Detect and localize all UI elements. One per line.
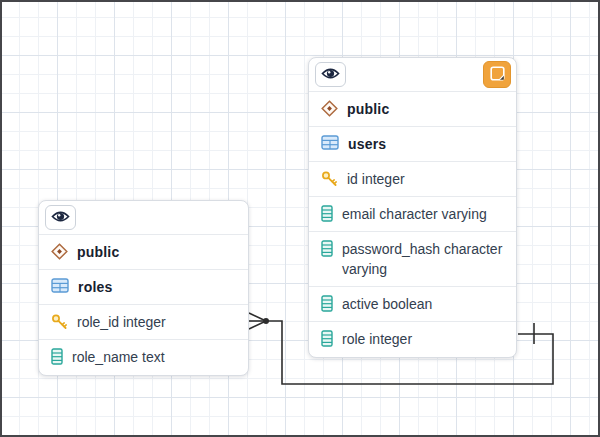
note-button[interactable] <box>483 61 511 88</box>
column-row: role_id integer <box>39 305 248 340</box>
column-row: id integer <box>309 162 516 197</box>
schema-label: public <box>77 242 119 262</box>
table-node-header <box>309 58 516 92</box>
column-row: role integer <box>309 322 516 357</box>
eye-button[interactable] <box>315 62 346 87</box>
column-label: active boolean <box>342 294 432 314</box>
column-icon <box>321 295 333 312</box>
table-icon <box>321 135 339 150</box>
table-name-row: users <box>309 127 516 162</box>
eye-button[interactable] <box>45 205 76 230</box>
table-icon <box>51 278 69 293</box>
table-name-label: users <box>348 134 386 154</box>
column-icon <box>321 330 333 347</box>
column-row: active boolean <box>309 287 516 322</box>
primary-key-icon <box>321 170 338 187</box>
table-name-row: roles <box>39 270 248 305</box>
eye-icon <box>321 66 340 84</box>
column-icon <box>321 205 333 222</box>
schema-icon <box>51 243 68 260</box>
erd-canvas[interactable]: public roles role_id integer role_name t… <box>0 0 600 437</box>
column-label: password_hash character varying <box>342 239 508 279</box>
column-row: password_hash character varying <box>309 232 516 287</box>
note-icon <box>490 66 505 84</box>
column-row: email character varying <box>309 197 516 232</box>
table-name-label: roles <box>78 277 112 297</box>
column-label: id integer <box>347 169 405 189</box>
column-label: role_name text <box>72 347 165 367</box>
table-node-header <box>39 201 248 235</box>
column-label: email character varying <box>342 204 487 224</box>
column-icon <box>321 240 333 257</box>
schema-icon <box>321 100 338 117</box>
column-label: role integer <box>342 329 412 349</box>
eye-icon <box>51 209 70 227</box>
column-icon <box>51 348 63 365</box>
schema-row: public <box>39 235 248 270</box>
table-node-roles[interactable]: public roles role_id integer role_name t… <box>38 200 249 376</box>
schema-row: public <box>309 92 516 127</box>
schema-label: public <box>347 99 389 119</box>
column-label: role_id integer <box>77 312 166 332</box>
primary-key-icon <box>51 313 68 330</box>
column-row: role_name text <box>39 340 248 375</box>
table-node-users[interactable]: public users id integer email character … <box>308 57 517 358</box>
